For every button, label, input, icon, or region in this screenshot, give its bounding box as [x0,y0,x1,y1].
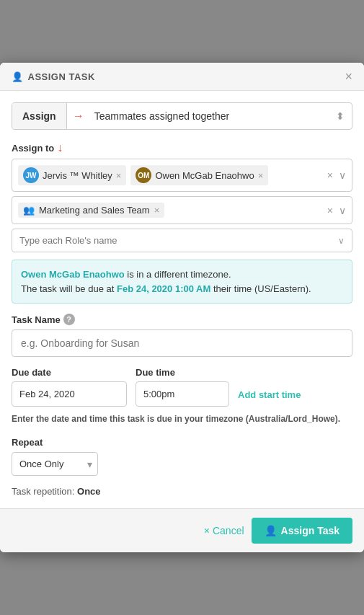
timezone-notice: Owen McGab Enaohwo is in a different tim… [12,260,352,304]
modal-title-text: ASSIGN TASK [28,71,95,82]
modal-footer: × Cancel 👤 Assign Task [0,508,364,552]
due-date-label: Due date [12,367,127,378]
assign-task-button[interactable]: 👤 Assign Task [252,518,352,544]
task-name-label: Task Name ? [12,314,352,325]
modal-header: 👤 ASSIGN TASK × [0,63,364,91]
owen-remove-button[interactable]: × [258,171,264,180]
cancel-x-icon: × [204,525,210,536]
assign-to-text: Assign to [12,143,54,154]
team-clear-button[interactable]: × [326,203,334,218]
cancel-button[interactable]: × Cancel [204,525,244,536]
timezone-hint-text2: (Australia/Lord_Howe) [246,414,338,424]
repeat-label: Repeat [12,437,352,448]
task-name-help-icon[interactable]: ? [63,314,75,325]
assign-to-arrow-icon: ↓ [57,141,63,154]
timezone-due-time: Feb 24, 2020 1:00 AM [117,283,210,294]
team-remove-button[interactable]: × [154,205,160,215]
team-box: 👥 Marketing and Sales Team × × ∨ [12,196,352,224]
role-input[interactable] [19,235,338,246]
due-time-col: Due time [136,367,229,407]
modal-body: Assign → Teammates assigned together Any… [0,91,364,508]
task-name-label-text: Task Name [12,314,61,325]
owen-name: Owen McGab Enaohwo [155,170,254,181]
assign-arrow-icon: → [67,110,90,123]
task-repetition-label: Task repetition: [12,486,77,497]
assign-type-select[interactable]: Teammates assigned together Any teammate… [90,103,329,129]
task-name-input[interactable] [12,329,352,357]
modal-title: 👤 ASSIGN TASK [12,71,95,82]
assignees-box: JW Jervis ™ Whitley × OM Owen McGab Enao… [12,159,352,192]
assign-chevron-icon: ⬍ [329,110,352,122]
assign-row: Assign → Teammates assigned together Any… [12,102,352,130]
timezone-person: Owen McGab Enaohwo [21,269,125,280]
cancel-label: Cancel [213,525,244,536]
assign-label: Assign [12,103,67,129]
add-start-time-button[interactable]: Add start time [238,389,301,407]
task-repetition-row: Task repetition: Once [12,486,352,497]
role-chevron-icon: ∨ [338,236,345,246]
timezone-message3: their time (US/Eastern). [210,283,311,294]
assignee-tag-owen: OM Owen McGab Enaohwo × [130,165,268,185]
task-repetition-value: Once [77,486,101,497]
team-expand-button[interactable]: ∨ [337,203,347,218]
timezone-hint-text3: . [338,414,340,424]
task-name-section: Task Name ? [12,314,352,357]
team-tags: 👥 Marketing and Sales Team × [18,203,346,218]
modal-close-button[interactable]: × [345,70,352,83]
timezone-hint-text1: Enter the date and time this task is due… [12,414,246,424]
role-input-box: ∨ [12,229,352,252]
assignee-tag-jervis: JW Jervis ™ Whitley × [18,165,126,185]
assignees-box-actions: × ∨ [326,168,347,182]
timezone-message1: is in a different timezone. [125,269,231,280]
assign-task-label: Assign Task [281,525,339,536]
jervis-remove-button[interactable]: × [116,171,122,180]
timezone-message2: The task will be due at [21,283,117,294]
owen-avatar: OM [136,167,151,183]
team-name: Marketing and Sales Team [39,205,150,216]
due-time-label: Due time [136,367,229,378]
assignees-clear-button[interactable]: × [326,168,334,182]
jervis-avatar: JW [23,167,39,183]
due-time-input[interactable] [136,381,229,407]
due-row: Due date Due time Add start time [12,367,352,407]
person-header-icon: 👤 [12,71,24,82]
assignees-expand-button[interactable]: ∨ [337,168,347,182]
assign-task-modal: 👤 ASSIGN TASK × Assign → Teammates assig… [0,63,364,552]
assignee-tags: JW Jervis ™ Whitley × OM Owen McGab Enao… [18,165,346,185]
assign-to-label: Assign to ↓ [12,141,352,154]
team-tag: 👥 Marketing and Sales Team × [18,203,164,218]
repeat-select[interactable]: Once Only Daily Weekly Monthly Yearly [12,452,98,476]
assign-person-icon: 👤 [265,525,277,536]
team-box-actions: × ∨ [326,203,347,218]
team-icon: 👥 [23,205,35,216]
due-date-input[interactable] [12,381,127,407]
jervis-name: Jervis ™ Whitley [43,170,112,181]
team-container: 👥 Marketing and Sales Team × × ∨ [12,196,352,224]
repeat-select-wrapper: Once Only Daily Weekly Monthly Yearly [12,452,98,476]
due-date-col: Due date [12,367,127,407]
timezone-hint: Enter the date and time this task is due… [12,412,352,425]
repeat-section: Repeat Once Only Daily Weekly Monthly Ye… [12,437,352,476]
assignees-container: JW Jervis ™ Whitley × OM Owen McGab Enao… [12,159,352,192]
